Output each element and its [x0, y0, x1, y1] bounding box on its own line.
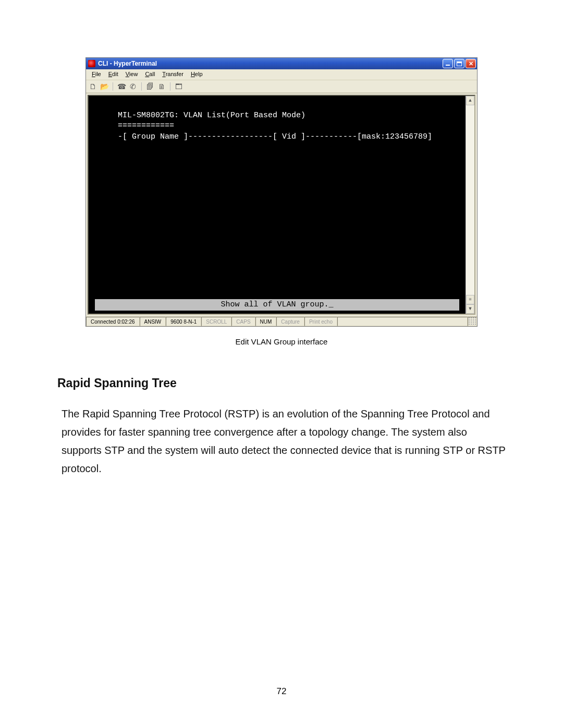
body-paragraph: The Rapid Spanning Tree Protocol (RSTP) …: [62, 405, 506, 478]
toolbar: 🗋 📂 ☎ ✆ 🗐 🗎 🗔: [86, 80, 477, 93]
send-file-icon[interactable]: 🗐: [145, 82, 155, 91]
toolbar-separator: [113, 82, 113, 91]
terminal-footer: Show all of VLAN group._: [95, 299, 459, 311]
menu-file[interactable]: File: [88, 69, 105, 80]
status-caps: CAPS: [231, 317, 255, 326]
status-term: ANSIW: [140, 317, 166, 326]
page-number: 72: [0, 686, 563, 697]
hyperterminal-window: CLI - HyperTerminal File Edit View Call …: [85, 57, 478, 327]
close-button[interactable]: [466, 59, 476, 68]
app-icon: [88, 60, 95, 67]
status-port: 9600 8-N-1: [166, 317, 201, 326]
figure-caption: Edit VLAN Group interface: [57, 337, 506, 346]
status-scroll: SCROLL: [201, 317, 231, 326]
menu-call[interactable]: Call: [141, 69, 158, 80]
menubar: File Edit View Call Transfer Help: [86, 69, 477, 80]
scroll-up-icon[interactable]: ▲: [466, 96, 474, 105]
properties-icon[interactable]: 🗔: [174, 82, 183, 91]
status-num: NUM: [255, 317, 277, 326]
window-buttons: [443, 59, 476, 68]
menu-help[interactable]: Help: [187, 69, 206, 80]
terminal-output[interactable]: MIL-SM8002TG: VLAN List(Port Based Mode)…: [89, 96, 466, 314]
toolbar-separator: [170, 82, 170, 91]
window-titlebar: CLI - HyperTerminal: [86, 58, 477, 69]
status-connected: Connected 0:02:26: [86, 317, 140, 326]
status-printecho: Print echo: [304, 317, 337, 326]
terminal-line-1: MIL-SM8002TG: VLAN List(Port Based Mode): [89, 110, 466, 121]
receive-file-icon[interactable]: 🗎: [157, 82, 166, 91]
window-title: CLI - HyperTerminal: [98, 60, 157, 67]
terminal-line-3: -[ Group Name ]------------------[ Vid ]…: [89, 132, 466, 142]
scroll-down-icon[interactable]: ▼: [466, 304, 474, 314]
hangup-icon[interactable]: ✆: [128, 82, 138, 91]
client-area: MIL-SM8002TG: VLAN List(Port Based Mode)…: [86, 93, 477, 316]
minimize-button[interactable]: [443, 59, 453, 68]
new-file-icon[interactable]: 🗋: [88, 82, 97, 91]
menu-view[interactable]: View: [122, 69, 142, 80]
open-file-icon[interactable]: 📂: [100, 82, 109, 91]
menu-transfer[interactable]: Transfer: [158, 69, 187, 80]
resize-grip-icon[interactable]: [468, 317, 477, 326]
status-capture: Capture: [276, 317, 304, 326]
vertical-scrollbar[interactable]: ▲ ≡ ▼: [466, 96, 474, 314]
terminal-line-2: ============: [89, 121, 466, 131]
status-bar: Connected 0:02:26 ANSIW 9600 8-N-1 SCROL…: [86, 316, 477, 326]
phone-icon[interactable]: ☎: [117, 82, 126, 91]
toolbar-separator: [141, 82, 142, 91]
menu-edit[interactable]: Edit: [105, 69, 122, 80]
section-heading: Rapid Spanning Tree: [57, 376, 506, 390]
maximize-button[interactable]: [454, 59, 464, 68]
scroll-stop-icon[interactable]: ≡: [466, 295, 474, 304]
scroll-track[interactable]: [466, 105, 474, 295]
